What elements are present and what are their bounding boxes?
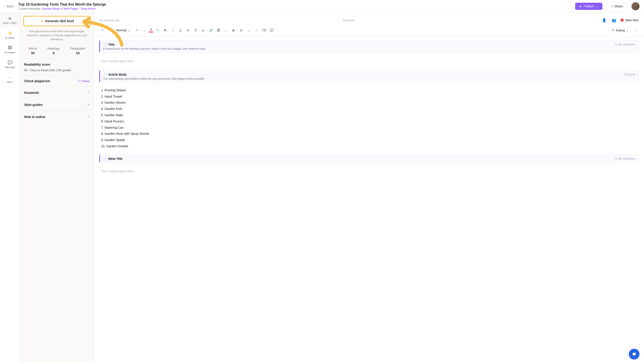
style-title: Style guides (24, 103, 42, 107)
bolt-icon: ⚡ (2, 31, 18, 36)
target-icon: ⊕ (2, 16, 18, 21)
strike-button[interactable]: S (185, 27, 191, 33)
seo-brief-description: Auto-generated content brief with target… (23, 29, 90, 41)
link-button[interactable]: 🔗 (208, 27, 214, 33)
side-panel: ⚡ Generate SEO brief Auto-generated cont… (20, 13, 94, 363)
editor-status-row: ed seconds ago 33 words 👤 👥 New Item (94, 13, 644, 25)
template-link[interactable]: Narrato Blogs & Web Pages - Blog Article (42, 7, 96, 10)
highlight-button[interactable]: ✎ (154, 27, 161, 33)
add-watcher-button[interactable]: 👥 (611, 17, 618, 24)
list-item[interactable]: 5. Garden Rake (101, 113, 637, 118)
comment-button[interactable]: 💬 (268, 27, 275, 33)
plus-icon[interactable]: + (87, 90, 90, 95)
table-dropdown[interactable]: ⌄ (246, 27, 252, 33)
block-title: Title (108, 43, 115, 46)
body-word-count: 33 words (624, 73, 635, 76)
list-item[interactable]: 8. Garden Hose with Spray Nozzle (101, 131, 637, 136)
italic-button[interactable]: I (170, 27, 176, 33)
doc-icon: 📄 (103, 43, 107, 46)
status-label: New Item (626, 18, 639, 22)
generate-seo-brief-button[interactable]: ⚡ Generate SEO brief (23, 16, 90, 26)
mode-label: Editing (616, 29, 625, 32)
format-select[interactable]: Normal ⌄ (114, 28, 132, 33)
share-label: Share (614, 5, 623, 8)
doc-icon: 📄 (103, 157, 107, 160)
word-count: 33 words (342, 19, 354, 22)
style-guides-section[interactable]: Style guides + (20, 99, 94, 111)
seo-brief-label: Generate SEO brief (45, 19, 74, 23)
pencil-icon: ✎ (612, 29, 614, 32)
back-button[interactable]: ‹ Back (4, 5, 14, 8)
chevron-down-icon: ⌄ (596, 5, 598, 8)
redo-button[interactable]: ↷ (107, 27, 113, 33)
stat-label: Paragraphs (70, 47, 85, 50)
body-editor[interactable]: 1. Pruning Shears2. Hand Trowel3. Garden… (99, 86, 639, 154)
user-avatar[interactable] (632, 2, 640, 10)
share-icon: ⤴ (611, 5, 613, 8)
list-item[interactable]: 6. Hand Pruners (101, 119, 637, 124)
intercom-launcher[interactable]: 💬 (629, 349, 640, 359)
block-title: Article Body (108, 73, 126, 76)
video-button[interactable]: ▶ (230, 27, 237, 33)
document-title: Top 10 Gardening Tools That Are Worth th… (18, 3, 571, 7)
text-color-button[interactable]: A (149, 28, 153, 33)
align-dropdown[interactable]: ⌄ (141, 27, 147, 33)
share-button[interactable]: ⤴ Share (607, 3, 627, 10)
stats-row: Words 33 Headings 0 Paragraphs 10 (20, 45, 94, 59)
stat-words: Words 33 (28, 47, 37, 55)
rail-ai-writer[interactable]: ⚡ AI Writer (0, 28, 20, 42)
rail-message[interactable]: 💬 Message (0, 57, 20, 72)
check-plagiarism-button[interactable]: 🛡 Check (78, 79, 90, 83)
stat-value: 10 (70, 51, 85, 55)
keywords-section[interactable]: Keywords + (20, 87, 94, 99)
save-status: ed seconds ago (99, 19, 340, 22)
list-item[interactable]: 2. Hand Trowel (101, 94, 637, 99)
undo-button[interactable]: ↶ (99, 27, 106, 33)
bullet-list-button[interactable]: ☰ (192, 27, 199, 33)
clear-format-button[interactable]: ⌫ (261, 27, 267, 33)
status-dropdown[interactable]: New Item (620, 18, 639, 22)
image-button[interactable]: 🖼 (215, 27, 222, 33)
add-assignee-button[interactable]: 👤 (601, 17, 608, 24)
message-icon: 💬 (2, 60, 18, 65)
list-item[interactable]: 10. Garden Kneeler (101, 144, 637, 149)
rail-label: Message (5, 66, 15, 69)
list-item[interactable]: 3. Garden Gloves (101, 100, 637, 105)
title-input[interactable]: Your content goes here ... (99, 56, 639, 70)
table-button[interactable]: ⊞ (238, 27, 244, 33)
meta-title-input[interactable]: Your content goes here ... (99, 166, 639, 177)
status-dot-icon (620, 19, 624, 22)
title-char-count: 0 / 60 characters (616, 43, 635, 46)
mode-dropdown[interactable]: ✎ Editing ⌄ (610, 28, 631, 33)
rail-more[interactable]: ⋯ More (0, 72, 20, 86)
format-label: Normal (116, 29, 126, 32)
readability-section: Readability score 55 - Okay to Read (10t… (20, 59, 94, 76)
list-item[interactable]: 7. Watering Can (101, 125, 637, 130)
plus-icon[interactable]: + (87, 114, 90, 119)
bold-button[interactable]: B (162, 27, 168, 33)
plus-icon[interactable]: + (87, 102, 90, 107)
emoji-button[interactable]: ☺ (253, 27, 260, 33)
rail-label: AI Images (4, 51, 16, 54)
block-title: Meta Title (108, 157, 122, 160)
image-dropdown[interactable]: ⌄ (223, 27, 229, 33)
underline-button[interactable]: U (177, 27, 184, 33)
stat-value: 0 (48, 51, 60, 55)
list-item[interactable]: 1. Pruning Shears (101, 88, 637, 93)
publish-button[interactable]: ➤ Publish ⌄ (575, 3, 602, 10)
numbered-list-button[interactable]: ≣ (200, 27, 206, 33)
list-item[interactable]: 9. Garden Spade (101, 137, 637, 143)
image-icon: 🖼 (2, 46, 18, 50)
doc-icon: 📄 (103, 73, 107, 76)
align-button[interactable]: ≡ (134, 27, 140, 33)
note-section[interactable]: Note to author + (20, 111, 94, 123)
note-title: Note to author (24, 115, 46, 119)
rail-brief-seo[interactable]: ⊕ Brief + SEO (0, 13, 20, 28)
plagiarism-section: Check plagiarism 🛡 Check (20, 76, 94, 87)
left-rail: ⊕ Brief + SEO ⚡ AI Writer 🖼 AI Images 💬 … (0, 13, 20, 363)
list-item[interactable]: 4. Garden Fork (101, 106, 637, 112)
title-hint: It should focus on the learning outcome.… (103, 47, 635, 50)
rail-ai-images[interactable]: 🖼 AI Images (0, 42, 20, 57)
text-color-icon: A (150, 28, 152, 31)
overflow-menu[interactable]: ⋯ (632, 27, 639, 33)
